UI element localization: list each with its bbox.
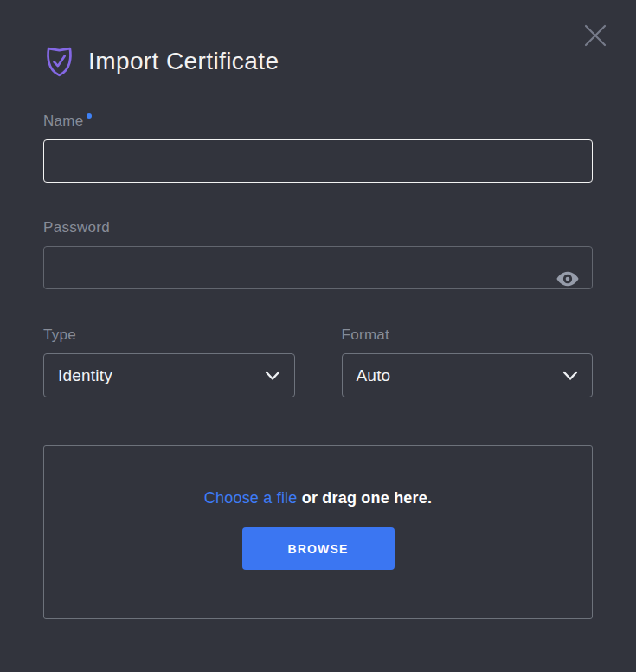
choose-file-link[interactable]: Choose a file [204,489,298,507]
required-indicator [87,113,92,119]
file-dropzone[interactable]: Choose a file or drag one here. BROWSE [43,445,593,619]
password-input[interactable] [43,246,593,289]
password-field-wrapper [43,246,593,289]
format-label: Format [342,326,594,343]
import-certificate-dialog: Import Certificate Name Password Type Id… [0,0,636,672]
name-label: Name [43,113,593,129]
show-password-button[interactable] [555,267,581,291]
password-label: Password [43,219,593,236]
type-format-row: Type Identity Format Auto [43,326,593,397]
dialog-title: Import Certificate [88,48,279,75]
type-select[interactable]: Identity [43,353,295,397]
shield-check-icon [43,44,75,79]
drag-hint-text: or drag one here. [298,489,433,507]
chevron-down-icon [265,371,280,381]
dropzone-text: Choose a file or drag one here. [204,489,432,507]
chevron-down-icon [562,371,578,381]
close-button[interactable] [581,21,610,50]
dialog-header: Import Certificate [43,0,593,79]
name-input[interactable] [43,139,593,183]
format-field: Format Auto [342,326,594,397]
close-icon [582,23,608,48]
type-field: Type Identity [43,326,295,397]
format-select[interactable]: Auto [342,353,594,397]
type-selected-value: Identity [58,366,112,385]
format-selected-value: Auto [357,366,391,385]
eye-icon [556,268,580,290]
type-label: Type [43,326,295,343]
browse-button[interactable]: BROWSE [242,527,395,570]
